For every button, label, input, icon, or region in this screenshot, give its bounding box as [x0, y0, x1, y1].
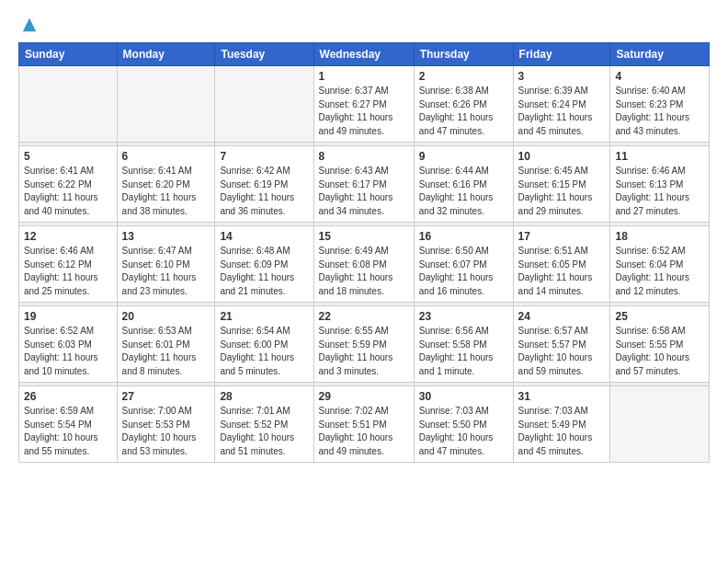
table-row [19, 66, 118, 143]
table-row: 6Sunrise: 6:41 AM Sunset: 6:20 PM Daylig… [117, 146, 215, 223]
day-info: Sunrise: 6:55 AM Sunset: 5:59 PM Dayligh… [319, 325, 409, 378]
header-sunday: Sunday [19, 43, 118, 66]
day-number: 20 [122, 310, 210, 323]
table-row: 10Sunrise: 6:45 AM Sunset: 6:15 PM Dayli… [513, 146, 610, 223]
header-tuesday: Tuesday [215, 43, 313, 66]
header-friday: Friday [513, 43, 610, 66]
table-row: 24Sunrise: 6:57 AM Sunset: 5:57 PM Dayli… [513, 306, 610, 383]
logo [18, 15, 38, 33]
day-number: 29 [319, 390, 409, 403]
day-number: 13 [122, 230, 210, 243]
day-number: 17 [518, 230, 606, 243]
day-number: 18 [615, 230, 704, 243]
day-number: 14 [220, 230, 308, 243]
table-row: 3Sunrise: 6:39 AM Sunset: 6:24 PM Daylig… [513, 66, 610, 143]
table-row: 27Sunrise: 7:00 AM Sunset: 5:53 PM Dayli… [117, 386, 215, 463]
week-row-2: 12Sunrise: 6:46 AM Sunset: 6:12 PM Dayli… [19, 226, 710, 303]
table-row: 22Sunrise: 6:55 AM Sunset: 5:59 PM Dayli… [313, 306, 414, 383]
day-number: 2 [419, 70, 508, 83]
table-row: 20Sunrise: 6:53 AM Sunset: 6:01 PM Dayli… [117, 306, 215, 383]
day-info: Sunrise: 7:01 AM Sunset: 5:52 PM Dayligh… [220, 405, 308, 458]
day-number: 9 [419, 150, 508, 163]
week-row-3: 19Sunrise: 6:52 AM Sunset: 6:03 PM Dayli… [19, 306, 710, 383]
day-info: Sunrise: 7:03 AM Sunset: 5:49 PM Dayligh… [518, 405, 606, 458]
table-row: 19Sunrise: 6:52 AM Sunset: 6:03 PM Dayli… [19, 306, 118, 383]
header-wednesday: Wednesday [313, 43, 414, 66]
week-row-1: 5Sunrise: 6:41 AM Sunset: 6:22 PM Daylig… [19, 146, 710, 223]
day-info: Sunrise: 6:52 AM Sunset: 6:03 PM Dayligh… [24, 325, 112, 378]
table-row: 8Sunrise: 6:43 AM Sunset: 6:17 PM Daylig… [313, 146, 414, 223]
day-info: Sunrise: 6:48 AM Sunset: 6:09 PM Dayligh… [220, 245, 308, 298]
table-row: 26Sunrise: 6:59 AM Sunset: 5:54 PM Dayli… [19, 386, 118, 463]
table-row: 21Sunrise: 6:54 AM Sunset: 6:00 PM Dayli… [215, 306, 313, 383]
table-row: 2Sunrise: 6:38 AM Sunset: 6:26 PM Daylig… [414, 66, 513, 143]
day-info: Sunrise: 6:46 AM Sunset: 6:12 PM Dayligh… [24, 245, 112, 298]
day-info: Sunrise: 6:45 AM Sunset: 6:15 PM Dayligh… [518, 165, 606, 218]
table-row [117, 66, 215, 143]
day-info: Sunrise: 7:00 AM Sunset: 5:53 PM Dayligh… [122, 405, 210, 458]
day-info: Sunrise: 6:37 AM Sunset: 6:27 PM Dayligh… [319, 85, 409, 138]
day-info: Sunrise: 6:58 AM Sunset: 5:55 PM Dayligh… [615, 325, 704, 378]
day-number: 8 [319, 150, 409, 163]
day-number: 10 [518, 150, 606, 163]
week-row-0: 1Sunrise: 6:37 AM Sunset: 6:27 PM Daylig… [19, 66, 710, 143]
day-info: Sunrise: 6:41 AM Sunset: 6:22 PM Dayligh… [24, 165, 112, 218]
table-row: 12Sunrise: 6:46 AM Sunset: 6:12 PM Dayli… [19, 226, 118, 303]
day-number: 11 [615, 150, 704, 163]
table-row: 29Sunrise: 7:02 AM Sunset: 5:51 PM Dayli… [313, 386, 414, 463]
svg-marker-0 [23, 18, 36, 31]
day-number: 3 [518, 70, 606, 83]
calendar-header-row: Sunday Monday Tuesday Wednesday Thursday… [19, 43, 710, 66]
day-number: 16 [419, 230, 508, 243]
day-number: 12 [24, 230, 112, 243]
day-info: Sunrise: 6:42 AM Sunset: 6:19 PM Dayligh… [220, 165, 308, 218]
day-number: 7 [220, 150, 308, 163]
logo-icon [21, 17, 38, 33]
table-row: 14Sunrise: 6:48 AM Sunset: 6:09 PM Dayli… [215, 226, 313, 303]
day-info: Sunrise: 7:03 AM Sunset: 5:50 PM Dayligh… [419, 405, 508, 458]
day-info: Sunrise: 6:49 AM Sunset: 6:08 PM Dayligh… [319, 245, 409, 298]
day-number: 22 [319, 310, 409, 323]
calendar-table: Sunday Monday Tuesday Wednesday Thursday… [18, 42, 710, 463]
table-row: 7Sunrise: 6:42 AM Sunset: 6:19 PM Daylig… [215, 146, 313, 223]
day-info: Sunrise: 6:46 AM Sunset: 6:13 PM Dayligh… [615, 165, 704, 218]
table-row: 18Sunrise: 6:52 AM Sunset: 6:04 PM Dayli… [610, 226, 710, 303]
day-info: Sunrise: 6:57 AM Sunset: 5:57 PM Dayligh… [518, 325, 606, 378]
day-info: Sunrise: 6:50 AM Sunset: 6:07 PM Dayligh… [419, 245, 508, 298]
day-info: Sunrise: 6:38 AM Sunset: 6:26 PM Dayligh… [419, 85, 508, 138]
table-row: 16Sunrise: 6:50 AM Sunset: 6:07 PM Dayli… [414, 226, 513, 303]
table-row: 11Sunrise: 6:46 AM Sunset: 6:13 PM Dayli… [610, 146, 710, 223]
day-info: Sunrise: 6:43 AM Sunset: 6:17 PM Dayligh… [319, 165, 409, 218]
day-number: 30 [419, 390, 508, 403]
day-info: Sunrise: 6:54 AM Sunset: 6:00 PM Dayligh… [220, 325, 308, 378]
table-row: 25Sunrise: 6:58 AM Sunset: 5:55 PM Dayli… [610, 306, 710, 383]
table-row: 30Sunrise: 7:03 AM Sunset: 5:50 PM Dayli… [414, 386, 513, 463]
day-info: Sunrise: 6:44 AM Sunset: 6:16 PM Dayligh… [419, 165, 508, 218]
day-number: 26 [24, 390, 112, 403]
table-row: 17Sunrise: 6:51 AM Sunset: 6:05 PM Dayli… [513, 226, 610, 303]
day-number: 23 [419, 310, 508, 323]
day-info: Sunrise: 6:53 AM Sunset: 6:01 PM Dayligh… [122, 325, 210, 378]
header-monday: Monday [117, 43, 215, 66]
day-info: Sunrise: 6:47 AM Sunset: 6:10 PM Dayligh… [122, 245, 210, 298]
table-row [610, 386, 710, 463]
day-info: Sunrise: 6:40 AM Sunset: 6:23 PM Dayligh… [615, 85, 704, 138]
day-number: 25 [615, 310, 704, 323]
table-row: 4Sunrise: 6:40 AM Sunset: 6:23 PM Daylig… [610, 66, 710, 143]
header-thursday: Thursday [414, 43, 513, 66]
day-number: 21 [220, 310, 308, 323]
day-info: Sunrise: 6:59 AM Sunset: 5:54 PM Dayligh… [24, 405, 112, 458]
page: Sunday Monday Tuesday Wednesday Thursday… [0, 0, 728, 477]
day-number: 5 [24, 150, 112, 163]
week-row-4: 26Sunrise: 6:59 AM Sunset: 5:54 PM Dayli… [19, 386, 710, 463]
table-row: 28Sunrise: 7:01 AM Sunset: 5:52 PM Dayli… [215, 386, 313, 463]
day-number: 15 [319, 230, 409, 243]
day-number: 1 [319, 70, 409, 83]
day-info: Sunrise: 6:56 AM Sunset: 5:58 PM Dayligh… [419, 325, 508, 378]
table-row: 31Sunrise: 7:03 AM Sunset: 5:49 PM Dayli… [513, 386, 610, 463]
day-info: Sunrise: 6:52 AM Sunset: 6:04 PM Dayligh… [615, 245, 704, 298]
table-row: 15Sunrise: 6:49 AM Sunset: 6:08 PM Dayli… [313, 226, 414, 303]
day-info: Sunrise: 7:02 AM Sunset: 5:51 PM Dayligh… [319, 405, 409, 458]
day-number: 19 [24, 310, 112, 323]
day-info: Sunrise: 6:41 AM Sunset: 6:20 PM Dayligh… [122, 165, 210, 218]
